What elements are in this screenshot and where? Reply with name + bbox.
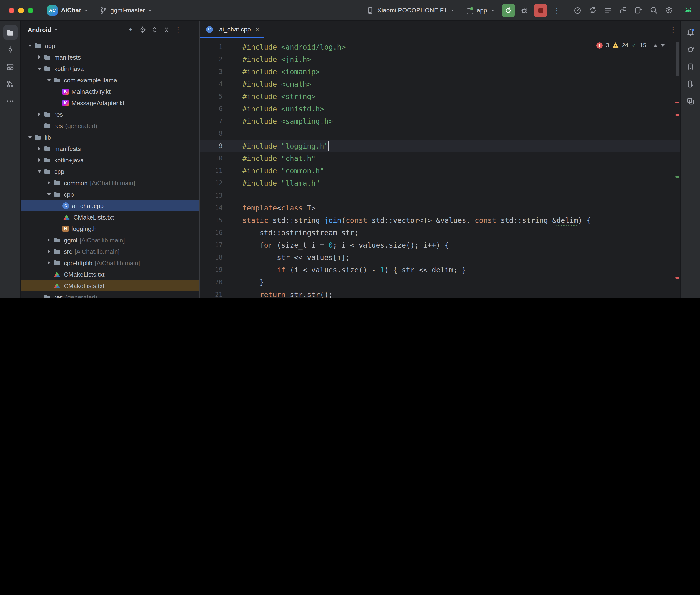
collapse-all-icon[interactable] <box>161 24 171 35</box>
chevron-right-icon[interactable] <box>45 236 53 244</box>
run-configuration[interactable]: app <box>461 3 499 18</box>
more-tools-icon[interactable] <box>3 94 18 108</box>
hide-panel-icon[interactable]: − <box>185 24 195 35</box>
project-tree-item[interactable]: kotlin+java <box>21 154 199 166</box>
error-stripe-mark[interactable] <box>675 114 679 116</box>
project-tree-item[interactable]: cpp-httplib[AiChat.lib.main] <box>21 257 199 268</box>
search-icon[interactable] <box>648 4 660 17</box>
rerun-button[interactable] <box>501 4 515 17</box>
chevron-right-icon[interactable] <box>35 53 43 61</box>
chevron-right-icon[interactable] <box>35 156 43 164</box>
chevron-right-icon[interactable] <box>35 145 43 152</box>
code-line[interactable]: 8 <box>200 128 680 140</box>
code-line[interactable]: 10#include "chat.h" <box>200 152 680 165</box>
commit-tool-button[interactable] <box>3 42 18 57</box>
debug-button[interactable] <box>517 4 531 17</box>
device-manager-tool-button[interactable] <box>683 59 697 74</box>
project-tree-item[interactable]: Hlogging.h <box>21 223 199 234</box>
android-avatar-icon[interactable] <box>682 4 694 17</box>
project-tree-item[interactable]: KMainActivity.kt <box>21 86 199 97</box>
chevron-down-icon[interactable] <box>26 42 34 50</box>
more-run-actions-icon[interactable]: ⋮ <box>550 6 564 15</box>
chevron-right-icon[interactable] <box>45 259 53 267</box>
editor-options-icon[interactable]: ⋮ <box>666 25 680 34</box>
code-line[interactable]: 11#include "common.h" <box>200 165 680 177</box>
code-line[interactable]: 9#include "logging.h" <box>200 140 680 152</box>
plugins-icon[interactable] <box>617 4 629 17</box>
code-line[interactable]: 15static std::string join(const std::vec… <box>200 214 680 227</box>
project-tree-item[interactable]: ggml[AiChat.lib.main] <box>21 234 199 246</box>
project-tree-item[interactable]: CMakeLists.txt <box>21 268 199 280</box>
project-tree-item[interactable]: CMakeLists.txt <box>21 211 199 223</box>
project-tree-item[interactable]: app <box>21 40 199 51</box>
notifications-bell-icon[interactable] <box>683 25 697 39</box>
project-widget[interactable]: AC AiChat <box>43 3 92 18</box>
zoom-window-button[interactable] <box>28 7 33 13</box>
project-tree-item[interactable]: res(generated) <box>21 291 199 298</box>
code-line[interactable]: 7#include <sampling.h> <box>200 115 680 128</box>
device-selector[interactable]: Xiaomi POCOPHONE F1 <box>362 3 458 18</box>
project-tree-item[interactable]: kotlin+java <box>21 63 199 74</box>
chevron-down-icon[interactable] <box>26 133 34 141</box>
project-tree-item[interactable]: common[AiChat.lib.main] <box>21 177 199 189</box>
prev-issue-icon[interactable] <box>653 44 657 47</box>
project-tree-item[interactable]: manifests <box>21 143 199 154</box>
settings-gear-icon[interactable] <box>663 4 675 17</box>
running-devices-tool-button[interactable] <box>683 77 697 91</box>
scrollbar-thumb[interactable] <box>676 42 679 76</box>
code-area[interactable]: 1#include <android/log.h>2#include <jni.… <box>200 41 680 298</box>
code-line[interactable]: 4#include <cmath> <box>200 78 680 90</box>
chevron-right-icon[interactable] <box>45 248 53 255</box>
code-line[interactable]: 21 return str.str(); <box>200 289 680 298</box>
structure-tool-button[interactable] <box>3 59 18 74</box>
error-stripe-mark[interactable] <box>675 277 679 279</box>
device-mirroring-icon[interactable] <box>632 4 645 17</box>
inspections-widget[interactable]: ! 3 24 ✓ 15 <box>592 40 669 50</box>
code-line[interactable]: 19 if (i < values.size() - 1) { str << d… <box>200 264 680 276</box>
next-issue-icon[interactable] <box>661 44 664 47</box>
code-line[interactable]: 6#include <unistd.h> <box>200 103 680 115</box>
vcs-branch-widget[interactable]: ggml-master <box>95 3 157 18</box>
project-tree-item[interactable]: com.example.llama <box>21 74 199 86</box>
project-tool-button[interactable] <box>3 25 18 39</box>
code-line[interactable]: 2#include <jni.h> <box>200 53 680 66</box>
project-tree-item[interactable]: manifests <box>21 51 199 63</box>
code-line[interactable]: 5#include <string> <box>200 90 680 103</box>
profiler-icon[interactable] <box>571 4 584 17</box>
editor-scrollbar[interactable] <box>674 38 680 298</box>
code-line[interactable]: 14template<class T> <box>200 202 680 214</box>
code-line[interactable]: 20 } <box>200 276 680 289</box>
expand-all-icon[interactable] <box>149 24 160 35</box>
add-icon[interactable]: ＋ <box>125 24 136 35</box>
project-tree-item[interactable]: Cai_chat.cpp <box>21 200 199 211</box>
project-tree-item[interactable]: lib <box>21 132 199 143</box>
layout-inspector-tool-button[interactable] <box>683 94 697 108</box>
gradle-tool-button[interactable] <box>683 42 697 57</box>
project-tree-item[interactable]: src[AiChat.lib.main] <box>21 246 199 257</box>
editor-body[interactable]: 1#include <android/log.h>2#include <jni.… <box>200 38 680 298</box>
todo-list-icon[interactable] <box>602 4 614 17</box>
minimize-window-button[interactable] <box>18 7 24 13</box>
chevron-down-icon[interactable] <box>35 65 43 73</box>
project-tree-item[interactable]: cpp <box>21 189 199 200</box>
code-line[interactable]: 3#include <iomanip> <box>200 66 680 78</box>
project-view-selector[interactable]: Android <box>28 26 58 33</box>
project-tree-item[interactable]: res(generated) <box>21 120 199 132</box>
chevron-right-icon[interactable] <box>35 111 43 118</box>
change-stripe-mark[interactable] <box>675 176 679 178</box>
sync-project-icon[interactable] <box>587 4 599 17</box>
stop-button[interactable] <box>534 4 547 17</box>
chevron-down-icon[interactable] <box>45 76 53 84</box>
pull-requests-tool-button[interactable] <box>3 77 18 91</box>
code-line[interactable]: 12#include "llama.h" <box>200 177 680 190</box>
close-window-button[interactable] <box>8 7 14 13</box>
chevron-down-icon[interactable] <box>35 168 43 175</box>
project-tree-item[interactable]: cpp <box>21 166 199 177</box>
chevron-down-icon[interactable] <box>45 191 53 198</box>
editor-tab[interactable]: C ai_chat.cpp × <box>200 21 264 38</box>
code-line[interactable]: 17 for (size_t i = 0; i < values.size();… <box>200 239 680 251</box>
code-line[interactable]: 18 str << values[i]; <box>200 251 680 264</box>
chevron-right-icon[interactable] <box>45 179 53 187</box>
project-tree-item[interactable]: KMessageAdapter.kt <box>21 97 199 109</box>
project-tree-item[interactable]: res <box>21 109 199 120</box>
